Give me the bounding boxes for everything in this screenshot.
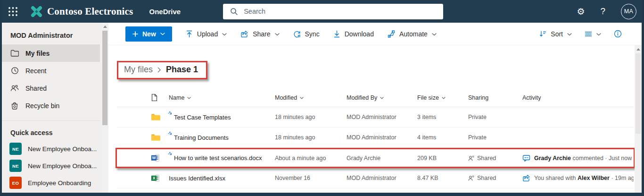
activity-actor: Grady Archie bbox=[534, 155, 571, 162]
search-box[interactable] bbox=[223, 4, 443, 19]
header-actions: ⚙ ? MA bbox=[577, 4, 644, 19]
scrollbar-thumb[interactable] bbox=[636, 53, 641, 134]
quick-access-item[interactable]: NE New Employee Onboa... bbox=[2, 157, 100, 174]
new-item-badge-icon bbox=[168, 152, 173, 157]
recycle-bin-icon bbox=[10, 102, 19, 110]
chevron-down-icon bbox=[380, 97, 384, 99]
chevron-down-icon bbox=[596, 33, 601, 36]
view-options-button[interactable] bbox=[585, 31, 601, 37]
folder-icon bbox=[151, 113, 169, 121]
sidebar-item-label: Recycle bin bbox=[25, 102, 59, 110]
chevron-down-icon bbox=[300, 97, 304, 99]
word-icon: W bbox=[151, 154, 169, 162]
modified-cell: November 16 bbox=[275, 175, 347, 181]
sort-icon bbox=[539, 30, 546, 37]
chevron-right-icon bbox=[157, 67, 161, 73]
column-header-name[interactable]: Name bbox=[169, 94, 275, 101]
onedrive-window: Contoso Electronics OneDrive ⚙ ? MA MOD … bbox=[0, 0, 644, 196]
file-list: Name Modified Modified By File size bbox=[117, 88, 634, 188]
app-launcher-button[interactable] bbox=[2, 0, 24, 23]
account-avatar[interactable]: MA bbox=[621, 4, 636, 19]
sidebar-item-recycle-bin[interactable]: Recycle bin bbox=[2, 97, 100, 114]
plus-icon bbox=[132, 31, 138, 37]
upload-icon bbox=[186, 30, 193, 38]
sharing-cell: Private bbox=[468, 134, 522, 141]
help-icon[interactable]: ? bbox=[600, 6, 605, 17]
folder-outline-icon bbox=[10, 50, 19, 57]
modified-cell: 18 minutes ago bbox=[275, 134, 347, 141]
quick-access-label: Employee Onboarding bbox=[28, 179, 91, 187]
breadcrumb-current: Phase 1 bbox=[166, 65, 198, 75]
sidebar-user-name: MOD Administrator bbox=[2, 23, 108, 44]
sharing-cell: Private bbox=[468, 114, 522, 120]
shared-person-icon bbox=[468, 155, 474, 161]
file-size-cell: 209 KB bbox=[417, 155, 468, 162]
waffle-icon bbox=[8, 7, 18, 17]
file-type-column-icon bbox=[151, 94, 169, 102]
scrollbar-up-arrow[interactable] bbox=[636, 48, 640, 51]
brand-name: Contoso Electronics bbox=[47, 6, 133, 17]
app-title[interactable]: OneDrive bbox=[149, 8, 181, 16]
details-pane-button[interactable] bbox=[614, 30, 622, 38]
modified-by-cell: MOD Administrator bbox=[347, 134, 417, 141]
chevron-down-icon bbox=[567, 33, 572, 36]
shared-activity-icon bbox=[522, 174, 530, 182]
modified-cell: About a minute ago bbox=[275, 155, 347, 162]
quick-access-item[interactable]: NE New Employee Onboa... bbox=[2, 140, 100, 157]
sharing-cell: Shared bbox=[468, 155, 522, 162]
info-icon bbox=[614, 30, 622, 38]
column-header-activity: Activity bbox=[522, 94, 634, 101]
chevron-down-icon bbox=[187, 97, 191, 99]
main-scrollbar[interactable] bbox=[635, 45, 642, 193]
file-name-link[interactable]: Training Documents bbox=[169, 134, 275, 141]
breadcrumb-root[interactable]: My files bbox=[124, 65, 153, 75]
file-size-cell: 4 items bbox=[417, 134, 468, 141]
new-button[interactable]: New bbox=[125, 26, 172, 42]
command-bar: New Upload Share bbox=[108, 23, 642, 45]
sidebar-item-label: Recent bbox=[25, 67, 46, 75]
sidebar-item-label: Shared bbox=[25, 85, 47, 92]
brand-logo[interactable]: Contoso Electronics bbox=[30, 5, 133, 18]
file-name-link[interactable]: How to write test scenarios.docx bbox=[169, 154, 275, 162]
activity-cell: You shared with Alex Wilber · 19m ago bbox=[522, 174, 634, 182]
sidebar-scrollbar[interactable] bbox=[101, 23, 108, 193]
automate-flow-icon bbox=[388, 30, 395, 38]
chevron-down-icon bbox=[442, 97, 446, 99]
quick-access-item[interactable]: EO Employee Onboarding bbox=[2, 174, 100, 191]
upload-button[interactable]: Upload bbox=[186, 30, 227, 38]
column-header-modified-by[interactable]: Modified By bbox=[347, 94, 417, 101]
sidebar-item-shared[interactable]: Shared bbox=[2, 79, 100, 97]
table-row-word-document-highlighted[interactable]: W How to write test scenarios.docx About… bbox=[116, 148, 635, 168]
list-view-icon bbox=[585, 31, 592, 37]
automate-button[interactable]: Automate bbox=[388, 30, 437, 38]
column-header-modified[interactable]: Modified bbox=[275, 94, 347, 101]
contoso-logo-icon bbox=[30, 5, 43, 18]
avatar-initials: MA bbox=[624, 8, 634, 15]
modified-cell: 18 minutes ago bbox=[275, 114, 347, 120]
column-header-file-size[interactable]: File size bbox=[417, 94, 468, 101]
sharing-cell: Shared bbox=[468, 175, 522, 181]
scrollbar-thumb[interactable] bbox=[102, 31, 107, 125]
scrollbar-up-arrow[interactable] bbox=[103, 26, 107, 28]
table-row-folder[interactable]: Training Documents 18 minutes ago MOD Ad… bbox=[117, 128, 634, 148]
quick-access-label: New Employee Onboa... bbox=[28, 145, 97, 153]
modified-by-cell: MOD Administrator bbox=[347, 114, 417, 120]
file-name-link[interactable]: Issues Identified.xlsx bbox=[169, 175, 275, 182]
share-button[interactable]: Share bbox=[240, 30, 279, 38]
download-button[interactable]: Download bbox=[333, 30, 374, 38]
quick-access-title: Quick access bbox=[2, 121, 108, 140]
sync-button[interactable]: Sync bbox=[293, 30, 320, 38]
file-name-link[interactable]: Test Case Templates bbox=[169, 114, 275, 121]
sidebar-item-recent[interactable]: Recent bbox=[2, 62, 100, 79]
table-row-excel-document[interactable]: X Issues Identified.xlsx November 16 MOD… bbox=[117, 168, 634, 188]
file-size-cell: 3 items bbox=[417, 114, 468, 120]
site-badge: EO bbox=[9, 177, 22, 189]
table-row-folder[interactable]: Test Case Templates 18 minutes ago MOD A… bbox=[117, 107, 634, 128]
settings-gear-icon[interactable]: ⚙ bbox=[577, 7, 585, 16]
chevron-down-icon bbox=[222, 33, 227, 36]
sidebar-item-my-files[interactable]: My files bbox=[2, 44, 100, 62]
share-icon bbox=[240, 30, 248, 38]
search-input[interactable] bbox=[244, 8, 443, 15]
sort-button[interactable]: Sort bbox=[539, 30, 572, 38]
new-item-badge-icon bbox=[168, 131, 173, 136]
